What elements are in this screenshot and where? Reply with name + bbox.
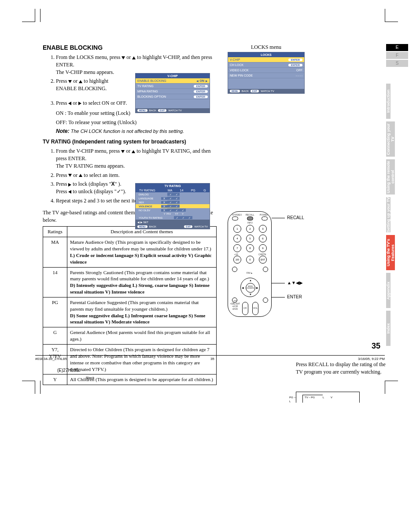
vchip-row-mpaa: MPAA RATINGENTER xyxy=(136,89,210,94)
locks-row-vchip: V-CHIPENTER xyxy=(228,57,304,62)
vchip-title: V-CHIP xyxy=(136,73,210,78)
ratings-table: RatingsDescription and Content themes MA… xyxy=(43,226,217,385)
recall-screen: PG —LV TV – PG L V FULL CABLE 6 xyxy=(296,392,360,403)
page-number: 35 xyxy=(372,341,380,351)
locks-title: LOCKS xyxy=(228,52,304,57)
tvrating-title: TV RATING xyxy=(136,184,210,188)
callout-arrows: ▲▼◀▶ xyxy=(287,280,303,285)
black-label: Black xyxy=(86,376,95,380)
locks-menu-heading: LOCKS menu xyxy=(228,44,305,51)
tab-connecting: Connecting your TV xyxy=(386,121,395,157)
tvrating-youth: YOUTH TV RATING xyxy=(136,216,210,220)
tab-setting: Setting up your TV xyxy=(386,197,391,232)
vchip-row-block: BLOCKING OPTIONENTER xyxy=(136,94,210,99)
tvrating-violence: VIOLENCE xyxy=(136,204,210,208)
lang-e: E xyxy=(386,44,408,51)
lang-f: F xyxy=(386,52,408,59)
locks-row-chlock: CH LOCKENTER xyxy=(228,62,304,68)
tab-features: Using the TV's Features xyxy=(386,235,395,270)
tvrating-nodlsv: NO DLSV xyxy=(136,208,210,212)
heading-tv-rating: TV RATING (Independent rating system for… xyxy=(43,139,219,145)
tab-index: Index xyxy=(386,311,391,346)
lang-s: S xyxy=(386,60,408,67)
tab-remote: Using the remote control xyxy=(386,159,395,195)
tab-introduction: Introduction xyxy=(386,84,391,119)
tvrating-dialog: DIALOG xyxy=(136,192,210,196)
tvr-step2: Press or to select an item. xyxy=(56,172,219,179)
heading-enable-blocking: ENABLE BLOCKING xyxy=(43,44,219,51)
tvrating-sex: SEX xyxy=(136,200,210,204)
tvrating-language: LANGUAGE xyxy=(136,196,210,200)
tvr-step1: From the V-CHIP menu, press or to highli… xyxy=(56,147,219,169)
footer: #01E34-39_27HL85 35 3/16/05, 9:22 PM xyxy=(35,355,385,361)
tvrating-ycols: Y 7FVY7Y xyxy=(136,212,210,216)
tvrating-header-row: TV RATING MA 14 PG G xyxy=(136,188,210,192)
callout-enter: ENTER xyxy=(287,294,302,299)
locks-row-vlock: VIDEO LOCKOFF xyxy=(228,68,304,73)
model-code: (E)27HL85 xyxy=(57,368,78,373)
vchip-row-tvr: TV RATINGENTER xyxy=(136,84,210,89)
vchip-row-enable: ENABLE BLOCKING◀ON▶ xyxy=(136,78,210,84)
tab-appendix: Appendix xyxy=(386,273,391,308)
eb-off: OFF: To release your setting (Unlock) xyxy=(56,119,219,126)
locks-row-pin: NEW PIN CODE- - - - xyxy=(228,73,304,78)
callout-recall: RECALL xyxy=(287,215,304,220)
recall-text: Press RECALL to display the rating of th… xyxy=(296,361,391,376)
eb-note: Note: The CH LOCK function is not affect… xyxy=(56,128,219,135)
remote-diagram: TV/VIDEO RECALL POWER INFO 1 2 3 4 5 6 7… xyxy=(228,211,275,321)
eb-step1: From the LOCKS menu, press or to highlig… xyxy=(56,54,219,76)
